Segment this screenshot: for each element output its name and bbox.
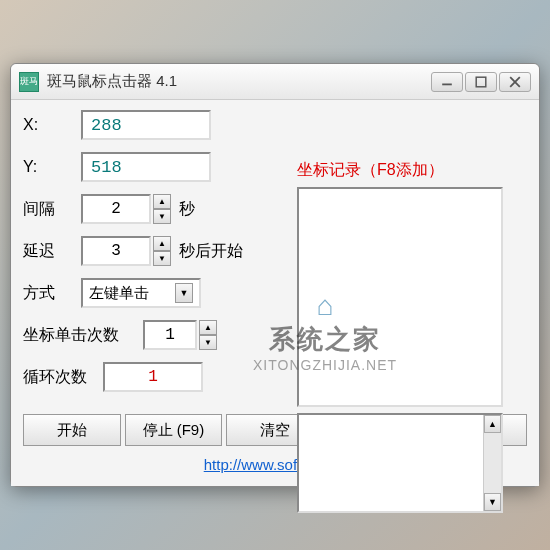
delay-label: 延迟 (23, 241, 81, 262)
y-label: Y: (23, 158, 81, 176)
click-count-input[interactable] (143, 320, 197, 350)
y-input[interactable] (81, 152, 211, 182)
click-count-up-button[interactable]: ▲ (199, 320, 217, 335)
close-button[interactable] (499, 72, 531, 92)
loop-count-input[interactable] (103, 362, 203, 392)
log-listbox[interactable]: ▲ ▼ (297, 413, 503, 513)
click-count-down-button[interactable]: ▼ (199, 335, 217, 350)
x-label: X: (23, 116, 81, 134)
interval-unit-label: 秒 (179, 199, 195, 220)
minimize-button[interactable] (431, 72, 463, 92)
delay-input[interactable] (81, 236, 151, 266)
x-input[interactable] (81, 110, 211, 140)
scroll-up-button[interactable]: ▲ (484, 415, 501, 433)
settings-panel: X: Y: 间隔 ▲ ▼ 秒 延迟 (23, 110, 313, 404)
scroll-down-button[interactable]: ▼ (484, 493, 501, 511)
mode-value: 左键单击 (89, 284, 149, 303)
app-window: 斑马 斑马鼠标点击器 4.1 X: Y: 间隔 (10, 63, 540, 487)
interval-down-button[interactable]: ▼ (153, 209, 171, 224)
start-button[interactable]: 开始 (23, 414, 121, 446)
mode-label: 方式 (23, 283, 81, 304)
scrollbar: ▲ ▼ (483, 415, 501, 511)
interval-stepper: ▲ ▼ (153, 194, 171, 224)
record-title: 坐标记录（F8添加） (297, 160, 503, 181)
svg-rect-1 (476, 77, 486, 87)
chevron-down-icon: ▼ (175, 283, 193, 303)
loop-count-label: 循环次数 (23, 367, 103, 388)
record-panel: 坐标记录（F8添加） ▲ ▼ (297, 160, 503, 513)
delay-stepper: ▲ ▼ (153, 236, 171, 266)
titlebar: 斑马 斑马鼠标点击器 4.1 (11, 64, 539, 100)
mode-select[interactable]: 左键单击 ▼ (81, 278, 201, 308)
app-icon: 斑马 (19, 72, 39, 92)
stop-button[interactable]: 停止 (F9) (125, 414, 223, 446)
coord-listbox[interactable] (297, 187, 503, 407)
interval-input[interactable] (81, 194, 151, 224)
client-area: X: Y: 间隔 ▲ ▼ 秒 延迟 (11, 100, 539, 486)
maximize-button[interactable] (465, 72, 497, 92)
delay-up-button[interactable]: ▲ (153, 236, 171, 251)
delay-down-button[interactable]: ▼ (153, 251, 171, 266)
window-title: 斑马鼠标点击器 4.1 (47, 72, 431, 91)
click-count-stepper: ▲ ▼ (199, 320, 217, 350)
interval-up-button[interactable]: ▲ (153, 194, 171, 209)
window-controls (431, 72, 531, 92)
delay-unit-label: 秒后开始 (179, 241, 243, 262)
click-count-label: 坐标单击次数 (23, 325, 143, 346)
interval-label: 间隔 (23, 199, 81, 220)
